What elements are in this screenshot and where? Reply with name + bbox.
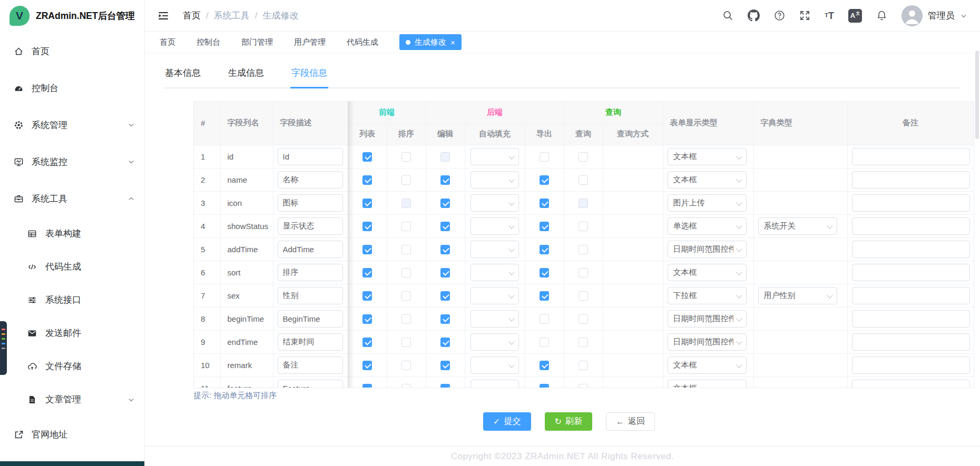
autofill-select[interactable] [471, 241, 519, 258]
export-checkbox[interactable] [540, 291, 549, 301]
column-desc-input[interactable] [278, 356, 343, 374]
edit-checkbox[interactable] [440, 314, 450, 324]
list-checkbox[interactable] [362, 268, 372, 277]
column-desc-input[interactable] [278, 194, 343, 212]
query-checkbox[interactable] [579, 361, 588, 370]
tag-generate-edit-active[interactable]: 生成修改 × [399, 34, 462, 50]
autofill-select[interactable] [471, 194, 519, 212]
export-checkbox[interactable] [540, 314, 549, 324]
sidebar-item-file-storage[interactable]: 文件存储 [0, 350, 144, 383]
sidebar-item-system-api[interactable]: 系统接口 [0, 283, 144, 316]
submit-button[interactable]: ✓提交 [483, 412, 531, 431]
query-checkbox[interactable] [579, 268, 588, 277]
edit-checkbox[interactable] [440, 291, 450, 301]
list-checkbox[interactable] [362, 291, 372, 301]
list-checkbox[interactable] [362, 384, 372, 388]
sort-checkbox[interactable] [401, 338, 411, 347]
sidebar-item-home[interactable]: 首页 [0, 33, 144, 70]
remark-input[interactable] [852, 241, 970, 258]
remark-input[interactable] [852, 356, 970, 374]
column-desc-input[interactable] [278, 241, 343, 258]
sidebar-item-send-mail[interactable]: 发送邮件 [0, 316, 144, 350]
autofill-select[interactable] [471, 171, 519, 189]
display-type-select[interactable]: 日期时间范围控件 [668, 241, 747, 258]
sort-checkbox[interactable] [401, 268, 411, 277]
sidebar-item-article-manage[interactable]: 文章管理 [0, 383, 144, 416]
dict-type-select[interactable]: 系统开关 [758, 217, 837, 235]
back-button[interactable]: ←返回 [606, 412, 655, 431]
sidebar-item-official-site[interactable]: 官网地址 [0, 416, 144, 453]
autofill-select[interactable] [471, 356, 519, 374]
sort-checkbox[interactable] [401, 222, 411, 231]
autofill-select[interactable] [471, 148, 519, 165]
export-checkbox[interactable] [540, 245, 549, 254]
sidebar-collapse-bar[interactable] [0, 461, 144, 466]
column-desc-input[interactable] [278, 217, 343, 235]
list-checkbox[interactable] [362, 338, 372, 347]
sidebar-item-system-tools[interactable]: 系统工具 [0, 180, 144, 217]
tab-generate-info[interactable]: 生成信息 [227, 67, 265, 87]
remark-input[interactable] [852, 148, 970, 165]
breadcrumb-item[interactable]: 系统工具 [214, 9, 250, 22]
tab-basic-info[interactable]: 基本信息 [164, 67, 202, 87]
edit-checkbox[interactable] [440, 222, 450, 231]
display-type-select[interactable]: 文本框 [668, 380, 747, 389]
close-icon[interactable]: × [450, 38, 455, 47]
sidebar-item-system-monitor[interactable]: 系统监控 [0, 143, 144, 180]
query-checkbox[interactable] [579, 338, 588, 347]
query-checkbox[interactable] [579, 222, 588, 231]
list-checkbox[interactable] [362, 222, 372, 231]
edit-checkbox[interactable] [440, 338, 450, 347]
autofill-select[interactable] [471, 380, 519, 389]
sort-checkbox[interactable] [401, 384, 411, 388]
edit-checkbox[interactable] [440, 361, 450, 370]
edit-checkbox[interactable] [440, 245, 450, 254]
sort-checkbox[interactable] [401, 291, 411, 301]
export-checkbox[interactable] [540, 338, 549, 347]
query-checkbox[interactable] [579, 175, 588, 185]
search-icon[interactable] [722, 10, 733, 21]
tag-home[interactable]: 首页 [160, 37, 175, 47]
remark-input[interactable] [852, 217, 970, 235]
tag-code-generate[interactable]: 代码生成 [347, 37, 378, 47]
breadcrumb-item[interactable]: 首页 [183, 9, 201, 22]
display-type-select[interactable]: 文本框 [668, 264, 747, 281]
sort-checkbox[interactable] [401, 152, 411, 162]
column-desc-input[interactable] [278, 264, 343, 281]
remark-input[interactable] [852, 194, 970, 212]
list-checkbox[interactable] [362, 175, 372, 185]
sort-checkbox[interactable] [401, 245, 411, 254]
edit-checkbox[interactable] [440, 384, 450, 388]
query-checkbox[interactable] [579, 245, 588, 254]
dict-type-select[interactable]: 用户性别 [758, 287, 837, 304]
display-type-select[interactable]: 下拉框 [668, 287, 747, 304]
refresh-button[interactable]: ↻刷新 [545, 412, 592, 431]
remark-input[interactable] [852, 171, 970, 189]
autofill-select[interactable] [471, 310, 519, 328]
sidebar-item-dashboard[interactable]: 控制台 [0, 70, 144, 106]
sidebar-item-system-manage[interactable]: 系统管理 [0, 106, 144, 143]
list-checkbox[interactable] [362, 199, 372, 208]
sidebar-fold-icon[interactable] [158, 10, 169, 22]
export-checkbox[interactable] [540, 361, 549, 370]
export-checkbox[interactable] [540, 268, 549, 277]
translate-icon[interactable]: A文 [848, 9, 862, 23]
remark-input[interactable] [852, 333, 970, 351]
sidebar-item-form-builder[interactable]: 表单构建 [0, 217, 144, 250]
list-checkbox[interactable] [362, 314, 372, 324]
query-checkbox[interactable] [579, 291, 588, 301]
autofill-select[interactable] [471, 287, 519, 304]
column-desc-input[interactable] [278, 148, 343, 165]
list-checkbox[interactable] [362, 361, 372, 370]
query-checkbox[interactable] [579, 314, 588, 324]
remark-input[interactable] [852, 310, 970, 328]
help-icon[interactable] [774, 10, 785, 21]
export-checkbox[interactable] [540, 175, 549, 185]
display-type-select[interactable]: 文本框 [668, 356, 747, 374]
query-checkbox[interactable] [579, 384, 588, 388]
edit-checkbox[interactable] [440, 268, 450, 277]
query-checkbox[interactable] [579, 152, 588, 162]
export-checkbox[interactable] [540, 152, 549, 162]
display-type-select[interactable]: 日期时间范围控件 [668, 310, 747, 328]
page-scrollbar[interactable] [975, 51, 979, 139]
